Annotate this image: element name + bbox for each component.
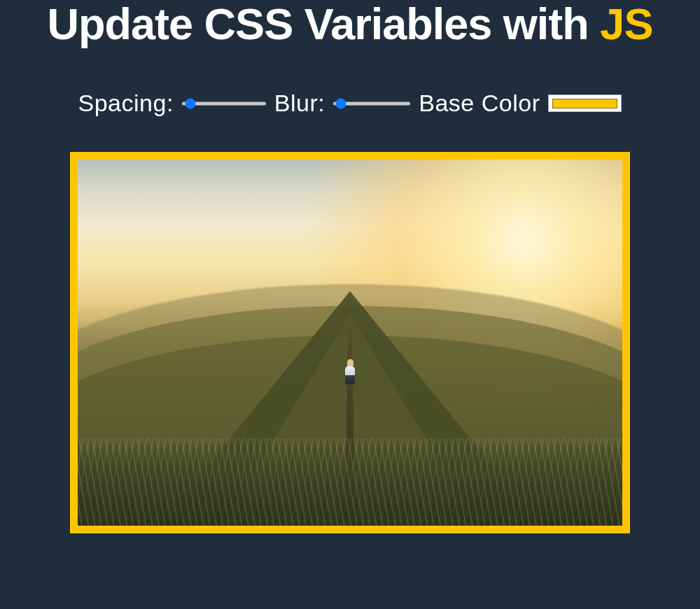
base-color-swatch [552,99,617,108]
hiker-body [345,366,355,384]
hiker [345,361,355,384]
base-color-label: Base Color [419,90,540,117]
hero-image [70,152,630,533]
controls-row: Spacing: Blur: Base Color [0,90,700,117]
spacing-slider[interactable] [182,97,266,110]
page-title-prefix: Update CSS Variables with [48,0,601,48]
slider-thumb[interactable] [185,98,195,108]
page-title-accent: JS [600,0,652,48]
blur-slider[interactable] [333,97,410,110]
blur-label: Blur: [274,90,325,117]
foreground-grass-right [70,438,630,534]
page-title: Update CSS Variables with JS [0,0,700,48]
base-color-picker[interactable] [548,94,622,112]
slider-thumb[interactable] [336,98,346,108]
spacing-label: Spacing: [78,90,174,117]
